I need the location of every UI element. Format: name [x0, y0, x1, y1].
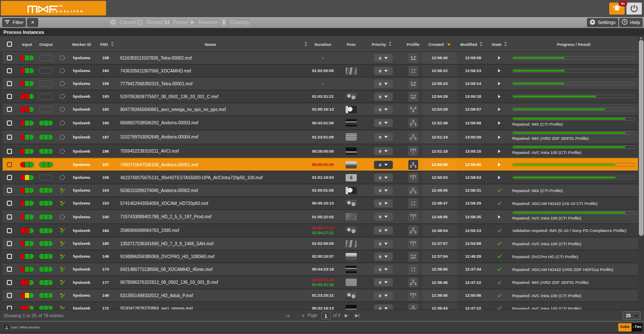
- svg-text:?: ?: [623, 20, 626, 24]
